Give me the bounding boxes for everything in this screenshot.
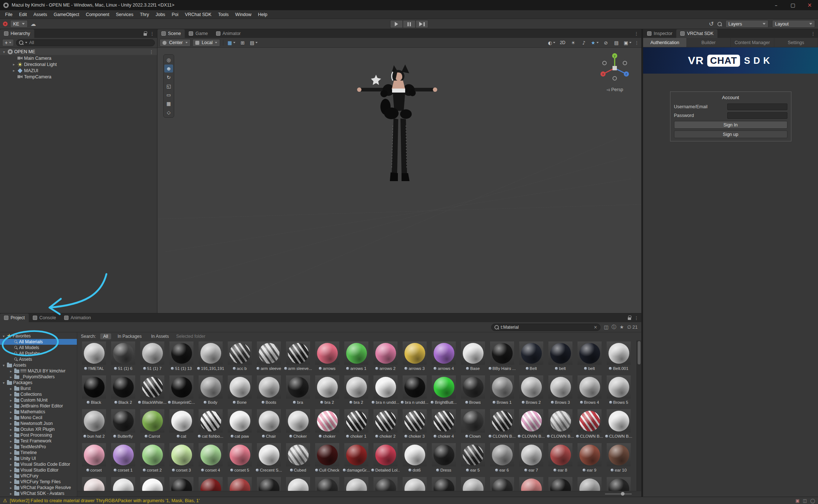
scene-toolbar-menu-icon[interactable]: ⋮	[634, 40, 639, 46]
expand-arrow-icon[interactable]: ▸	[9, 433, 13, 437]
material-item[interactable]: cat	[167, 408, 196, 442]
expand-arrow-icon[interactable]: ▸	[9, 427, 13, 431]
menu-jobs[interactable]: Jobs	[152, 10, 168, 19]
expand-arrow-icon[interactable]: ▸	[9, 416, 13, 420]
expand-arrow-icon[interactable]: ▸	[9, 398, 13, 402]
expand-arrow-icon[interactable]: ▸	[9, 422, 13, 426]
expand-arrow-icon[interactable]: ▸	[9, 410, 13, 414]
expand-arrow-icon[interactable]: ▾	[2, 50, 6, 54]
material-item[interactable]	[458, 476, 488, 491]
expand-arrow-icon[interactable]: ▸	[9, 480, 13, 484]
sdk-tab-settings[interactable]: Settings	[774, 38, 818, 47]
camera-settings-button[interactable]: ▤	[612, 39, 621, 47]
material-item[interactable]: arrows 3	[400, 340, 429, 374]
material-item[interactable]: Choker	[283, 408, 313, 442]
material-item[interactable]	[283, 476, 313, 491]
sign-up-button[interactable]: Sign up	[674, 130, 787, 138]
inspector-tab-vrchat-sdk[interactable]: VRChat SDK	[676, 29, 717, 38]
material-item[interactable]: Boots	[254, 374, 283, 408]
menu-file[interactable]: File	[2, 10, 16, 19]
pause-button[interactable]	[403, 20, 415, 28]
favorite-all-prefabs[interactable]: All Prefabs	[0, 351, 77, 356]
material-item[interactable]: !!METAL	[79, 340, 109, 374]
folder-custom-nunit[interactable]: ▸Custom NUnit	[0, 397, 77, 403]
expand-arrow-icon[interactable]: ▸	[9, 462, 13, 466]
folder-vrcfury[interactable]: ▸VRCFury	[0, 473, 77, 479]
scene-header-row[interactable]: ▾ OPEN ME ⋮	[0, 48, 157, 55]
material-item[interactable]	[429, 476, 458, 491]
minimize-button[interactable]: –	[768, 0, 784, 10]
status-bar[interactable]: ⚠ [Worker2] Failed to create material dr…	[0, 497, 818, 504]
scene-tab-animator[interactable]: Animator	[212, 29, 245, 38]
material-item[interactable]: bra n undd...	[400, 374, 429, 408]
effects-toggle-button[interactable]: ★	[590, 39, 600, 47]
maximize-button[interactable]: ▢	[784, 0, 801, 10]
project-search-field[interactable]: ×	[491, 324, 600, 331]
material-item[interactable]: Brows	[458, 374, 488, 408]
undefined-tab-hierarchy[interactable]: Hierarchy	[0, 29, 34, 38]
info-icon[interactable]: ⓘ	[612, 324, 617, 331]
scene-tab-scene[interactable]: Scene	[157, 29, 185, 38]
expand-arrow-icon[interactable]: ▾	[1, 381, 6, 385]
folder-textmeshpro[interactable]: ▸TextMeshPro	[0, 444, 77, 450]
lighting-toggle-button[interactable]: ☀	[569, 39, 578, 47]
material-item[interactable]: bra 2	[313, 374, 342, 408]
folder-vrcfury-temp-files[interactable]: ▸VRCFury Temp Files	[0, 479, 77, 485]
material-item[interactable]	[254, 476, 283, 491]
projection-toggle[interactable]: ◅ Persp	[595, 87, 635, 92]
menu-poi[interactable]: Poi	[168, 10, 181, 19]
move-tool-button[interactable]: ⊕	[164, 65, 173, 73]
folder-vrchat-sdk-avatars[interactable]: ▸VRChat SDK - Avatars	[0, 491, 77, 496]
material-item[interactable]	[546, 476, 575, 491]
material-item[interactable]: 51 (1) 13	[167, 340, 196, 374]
folder-newtonsoft-json[interactable]: ▸Newtonsoft Json	[0, 421, 77, 426]
folder-post-processing[interactable]: ▸Post Processing	[0, 432, 77, 438]
material-item[interactable]	[575, 476, 604, 491]
folder-vrchat-package-resolve[interactable]: ▸VRChat Package Resolve	[0, 485, 77, 491]
material-item[interactable]	[79, 476, 109, 491]
hierarchy-item-directional-light[interactable]: ▸Directional Light	[0, 61, 157, 67]
package-activity-icon[interactable]: ▣	[795, 498, 799, 503]
material-item[interactable]: CLOWN B...	[488, 408, 517, 442]
project-tab-project[interactable]: Project	[0, 313, 29, 322]
favorite-search-icon[interactable]: ★	[620, 324, 624, 330]
selected-folder-scope[interactable]: Selected folder	[176, 334, 205, 339]
thumbnail-size-slider[interactable]	[605, 493, 632, 495]
menu-thry[interactable]: Thry	[137, 10, 152, 19]
material-item[interactable]: Crecent S...	[254, 442, 283, 476]
material-item[interactable]: Detailed Lol...	[371, 442, 400, 476]
expand-arrow-icon[interactable]: ▸	[12, 62, 16, 66]
folder-burst[interactable]: ▸Burst	[0, 386, 77, 391]
hidden-count-toggle[interactable]: ∅ 21	[627, 324, 638, 330]
scene-menu-icon[interactable]: ⋮	[149, 49, 154, 55]
menu-help[interactable]: Help	[255, 10, 271, 19]
material-item[interactable]: BrightButt...	[429, 374, 458, 408]
2d-toggle-button[interactable]: 2D	[558, 39, 567, 47]
material-item[interactable]: Black	[79, 374, 109, 408]
open-search-window-icon[interactable]: ◫	[604, 324, 608, 330]
material-item[interactable]: CLOWN B...	[604, 408, 633, 442]
material-item[interactable]	[138, 476, 167, 491]
search-icon[interactable]	[717, 22, 722, 26]
material-item[interactable]: corset 1	[109, 442, 138, 476]
material-item[interactable]: dot6	[400, 442, 429, 476]
layout-dropdown[interactable]: Layout	[772, 20, 815, 28]
material-item[interactable]: Black 2	[109, 374, 138, 408]
panel-menu-icon[interactable]: ⋮	[634, 31, 639, 36]
menu-tools[interactable]: Tools	[215, 10, 232, 19]
material-item[interactable]	[225, 476, 254, 491]
folder-timeline[interactable]: ▸Timeline	[0, 450, 77, 456]
material-item[interactable]: choker	[313, 408, 342, 442]
material-item[interactable]: CLOWN B...	[575, 408, 604, 442]
sdk-tab-builder[interactable]: Builder	[687, 38, 731, 47]
inspector-tab-inspector[interactable]: Inspector	[643, 29, 676, 38]
menu-vrchat-sdk[interactable]: VRChat SDK	[181, 10, 215, 19]
project-tab-animation[interactable]: Animation	[60, 313, 95, 322]
material-item[interactable]: corset 3	[167, 442, 196, 476]
material-item[interactable]: Carrot	[138, 408, 167, 442]
version-control-icon[interactable]	[3, 22, 8, 26]
material-item[interactable]: Brows 1	[488, 374, 517, 408]
material-item[interactable]: ear 8	[546, 442, 575, 476]
material-item[interactable]: ear 10	[604, 442, 633, 476]
folder-unity-ui[interactable]: ▸Unity UI	[0, 456, 77, 461]
